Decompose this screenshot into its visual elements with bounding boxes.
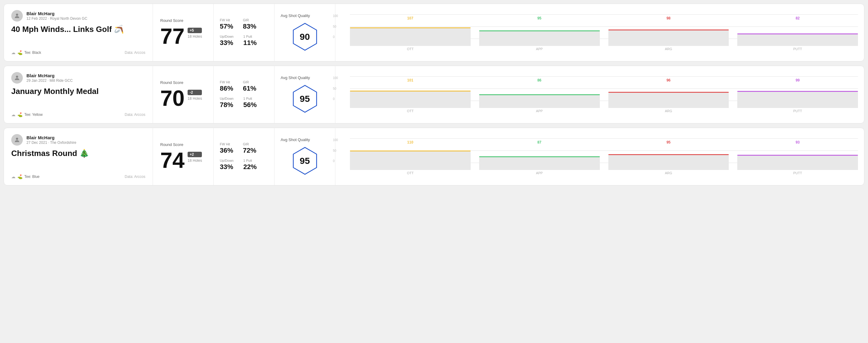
chart-value-label: 93 [796, 140, 800, 145]
quality-section: Avg Shot Quality 95 [275, 128, 335, 185]
chart-col-app: 86 APP [479, 78, 600, 113]
chart-wrapper: 100500 110 OTT 87 APP 95 [341, 138, 858, 175]
tee-label: Tee: Blue [24, 175, 39, 179]
score-label: Round Score [160, 80, 206, 85]
oneputt-label: 1 Putt [243, 159, 257, 162]
chart-color-line [608, 30, 729, 30]
fw-hit-value: 57% [220, 23, 233, 30]
weather-icon: ☁ [11, 112, 16, 117]
quality-section: Avg Shot Quality 90 [275, 4, 335, 61]
y-axis-label: 50 [333, 149, 338, 152]
chart-col-ott: 107 OTT [350, 16, 471, 51]
chart-color-line [737, 91, 858, 92]
gir-label: GIR [243, 18, 256, 22]
chart-x-label: PUTT [793, 47, 802, 51]
chart-x-label: APP [536, 109, 543, 113]
quality-score: 95 [300, 94, 310, 104]
chart-color-line [350, 27, 471, 28]
score-holes: 18 Holes [188, 34, 202, 39]
score-number: 74 [160, 149, 185, 171]
chart-col-app: 87 APP [479, 140, 600, 175]
chart-col-arg: 95 ARG [608, 140, 729, 175]
y-axis-label: 0 [333, 35, 338, 39]
chart-y-axis: 100500 [333, 14, 338, 39]
gir-stat: GIR 61% [243, 80, 256, 92]
card-footer: ☁ ⛳ Tee: Yellow Data: Arccos [11, 112, 145, 117]
weather-icon: ☁ [11, 50, 16, 55]
chart-x-label: OTT [407, 171, 413, 175]
updown-value: 78% [220, 101, 234, 109]
chart-columns: 107 OTT 95 APP 98 [350, 14, 858, 51]
round-title: Christmas Round 🎄 [11, 149, 145, 158]
quality-score: 90 [300, 32, 310, 42]
gir-value: 72% [243, 147, 256, 154]
hexagon: 95 [290, 146, 320, 176]
oneputt-stat: 1 Putt 22% [243, 159, 257, 171]
chart-bg-bar [608, 93, 729, 108]
chart-value-label: 98 [666, 16, 671, 20]
round-card-3: Blair McHarg 27 Dec 2021 · The Oxfordshi… [4, 128, 864, 186]
data-source: Data: Arccos [125, 175, 145, 179]
oneputt-value: 56% [243, 101, 257, 109]
chart-color-line [479, 94, 600, 95]
score-badge: +5 [188, 28, 202, 33]
tee-info: ☁ ⛳ Tee: Black [11, 50, 41, 55]
player-header: Blair McHarg 27 Dec 2021 · The Oxfordshi… [11, 134, 145, 146]
chart-col-app: 95 APP [479, 16, 600, 51]
gir-value: 61% [243, 85, 256, 92]
chart-x-label: APP [536, 171, 543, 175]
score-badge: -2 [188, 90, 202, 95]
chart-value-label: 86 [537, 78, 541, 83]
round-meta: 29 Jan 2022 · Mill Ride GCC [26, 79, 73, 83]
chart-bg-bar [350, 28, 471, 46]
player-info: Blair McHarg 27 Dec 2021 · The Oxfordshi… [26, 135, 76, 145]
stats-row-bottom: Up/Down 78% 1 Putt 56% [220, 97, 268, 109]
stats-section: FW Hit 36% GIR 72% Up/Down 33% 1 Putt 22… [214, 128, 275, 185]
fw-hit-value: 36% [220, 147, 233, 154]
chart-color-line [608, 92, 729, 93]
chart-bar-container [350, 146, 471, 170]
chart-col-ott: 110 OTT [350, 140, 471, 175]
card-footer: ☁ ⛳ Tee: Black Data: Arccos [11, 50, 145, 55]
chart-color-line [479, 156, 600, 157]
player-header: Blair McHarg 29 Jan 2022 · Mill Ride GCC [11, 72, 145, 84]
fw-hit-stat: FW Hit 57% [220, 18, 233, 30]
stats-row-top: FW Hit 36% GIR 72% [220, 142, 268, 154]
stats-section: FW Hit 57% GIR 83% Up/Down 33% 1 Putt 11… [214, 4, 275, 61]
golf-icon: ⛳ [17, 112, 23, 117]
oneputt-stat: 1 Putt 11% [243, 35, 257, 47]
chart-color-line [479, 30, 600, 31]
chart-bar-container [737, 84, 858, 108]
gir-stat: GIR 83% [243, 18, 256, 30]
fw-hit-label: FW Hit [220, 142, 233, 146]
chart-color-line [608, 154, 729, 155]
user-icon [14, 74, 20, 81]
weather-icon: ☁ [11, 174, 16, 179]
chart-x-label: PUTT [793, 171, 802, 175]
updown-value: 33% [220, 39, 234, 47]
chart-color-line [737, 155, 858, 156]
chart-bar-container [479, 146, 600, 170]
svg-point-0 [16, 14, 18, 16]
score-holes: 18 Holes [188, 96, 202, 101]
tee-info: ☁ ⛳ Tee: Yellow [11, 112, 42, 117]
oneputt-label: 1 Putt [243, 97, 257, 100]
score-main: 70 -2 18 Holes [160, 87, 206, 109]
round-card-2: Blair McHarg 29 Jan 2022 · Mill Ride GCC… [4, 66, 864, 123]
chart-bg-bar [479, 157, 600, 170]
chart-value-label: 99 [796, 78, 800, 83]
gir-label: GIR [243, 142, 256, 146]
gir-stat: GIR 72% [243, 142, 256, 154]
chart-bg-bar [737, 92, 858, 108]
chart-value-label: 82 [796, 16, 800, 20]
chart-y-axis: 100500 [333, 138, 338, 163]
stats-row-top: FW Hit 57% GIR 83% [220, 18, 268, 30]
hexagon-wrap: 95 [281, 146, 329, 176]
updown-label: Up/Down [220, 35, 234, 38]
chart-bar-container [608, 84, 729, 108]
score-number: 70 [160, 87, 185, 109]
quality-label: Avg Shot Quality [281, 75, 310, 80]
chart-bar-container [479, 22, 600, 46]
score-main: 74 +2 18 Holes [160, 149, 206, 171]
user-icon [14, 12, 20, 19]
